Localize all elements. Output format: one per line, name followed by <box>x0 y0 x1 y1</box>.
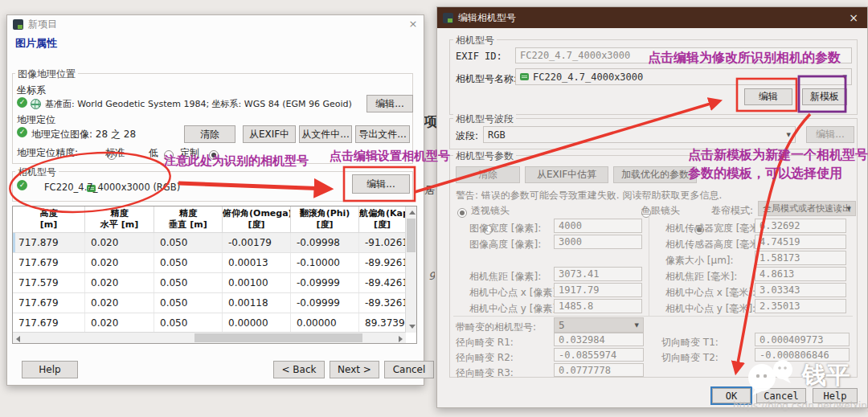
ok-button[interactable]: OK <box>712 388 751 403</box>
new-project-dialog: 新项目 × 图片属性 图像地理位置 坐标系 ✓ 基准面: World Geode… <box>6 14 424 386</box>
table-header-cell[interactable]: 精度垂直 [m] <box>154 206 223 232</box>
new-project-titlebar[interactable]: 新项目 <box>7 15 424 34</box>
distortion-model-combo[interactable]: 5 ▼ <box>554 317 644 333</box>
radio-low[interactable] <box>164 150 174 160</box>
camera-model-group-label: 相机型号 <box>15 166 59 179</box>
scroll-up-icon[interactable] <box>409 211 416 215</box>
image-table: 高度[m]精度水平 [m]精度垂直 [m]俯仰角(Omega)[度]翻滚角(Ph… <box>12 206 417 344</box>
param-field: 6.32692 <box>755 219 846 233</box>
shutter-mode-value: 全局模式或者快速读出 <box>763 202 851 215</box>
scroll-right-icon[interactable] <box>399 336 403 342</box>
scroll-down-icon[interactable] <box>409 325 416 329</box>
edit-camera-button[interactable]: 编辑... <box>352 174 410 194</box>
table-cell: 717.679 <box>13 293 85 313</box>
camera-model-text: FC220_4.7_4000x3000 (RGB) <box>44 182 180 193</box>
load-optimized-button[interactable]: 加载优化的参数 <box>613 166 697 183</box>
help-button[interactable]: Help <box>813 388 858 403</box>
from-exif-button[interactable]: 从EXIF中 <box>243 125 296 143</box>
vertical-scroll-thumb[interactable] <box>407 219 416 252</box>
t1-label: 切向畸变 T1: <box>661 336 719 350</box>
chevron-down-icon[interactable]: ▼ <box>787 132 791 138</box>
band-value: RGB <box>488 129 506 141</box>
fisheye-lens-label[interactable]: 鱼眼镜头 <box>641 204 680 218</box>
exif-id-label: EXIF ID: <box>456 51 502 62</box>
table-header-cell[interactable]: 航偏角(Kap[度] <box>359 206 406 232</box>
image-table-rows: 717.8790.0200.050-0.00179-0.09998-91.026… <box>13 233 406 333</box>
table-header-cell[interactable]: 高度[m] <box>13 206 85 232</box>
radio-low-label[interactable]: 低 <box>149 146 158 160</box>
scroll-left-icon[interactable] <box>16 336 20 342</box>
radio-perspective-lens[interactable] <box>457 208 467 218</box>
from-file-button[interactable]: 从文件中... <box>299 125 352 143</box>
close-icon[interactable]: × <box>846 11 861 25</box>
table-row[interactable]: 717.6790.0200.0500.00013-0.10000-89.9261… <box>13 253 406 273</box>
clear-button[interactable]: 清除 <box>184 125 235 143</box>
table-cell: 0.020 <box>85 253 154 272</box>
model-group-label: 相机型号 <box>453 34 497 47</box>
param-label: 图像宽度 [像素]: <box>469 222 541 235</box>
r2-field: -0.0855974 <box>554 348 644 362</box>
edit-coordinate-button[interactable]: 编辑... <box>366 95 413 112</box>
next-button[interactable]: Next > <box>330 361 379 378</box>
geolocation-group-label: 图像地理位置 <box>15 67 78 81</box>
table-cell: 0.00000 <box>223 313 291 333</box>
table-header-cell[interactable]: 精度水平 [m] <box>85 206 154 232</box>
radio-custom-label[interactable]: 定制 <box>180 146 199 160</box>
radio-custom[interactable] <box>209 150 219 160</box>
new-template-button[interactable]: 新模板 <box>802 88 847 105</box>
dialog-title: 编辑相机型号 <box>458 11 516 25</box>
cancel-button[interactable]: Cancel <box>756 388 806 403</box>
table-row[interactable]: 717.5790.0200.0500.00100-0.09999-89.4261… <box>13 273 406 293</box>
table-horizontal-scrollbar[interactable] <box>13 332 406 343</box>
table-cell: 0.00013 <box>223 253 291 272</box>
horizontal-scroll-thumb[interactable] <box>194 333 362 342</box>
table-cell: -0.10000 <box>291 253 359 272</box>
perspective-lens-label[interactable]: 透视镜头 <box>471 204 510 218</box>
image-table-header: 高度[m]精度水平 [m]精度垂直 [m]俯仰角(Omega)[度]翻滚角(Ph… <box>13 206 406 233</box>
shutter-mode-combo[interactable]: 全局模式或者快速读出 ▼ <box>758 201 856 216</box>
param-label: 相机中心点 y [毫米]: <box>665 302 755 316</box>
table-header-cell[interactable]: 俯仰角(Omega)[度] <box>223 206 291 232</box>
table-row[interactable]: 717.8790.0200.050-0.00179-0.09998-91.026… <box>13 233 406 253</box>
camera-model-name-combo[interactable]: FC220_4.7_4000x3000 ▼ <box>515 68 852 85</box>
check-icon: ✓ <box>17 180 27 190</box>
param-field: 1917.79 <box>554 283 642 297</box>
table-row[interactable]: 717.6790.0200.0500.00118-0.09999-89.3261… <box>13 293 406 313</box>
camera-model-name-value: FC220_4.7_4000x3000 <box>533 72 643 83</box>
table-cell: 0.00100 <box>223 273 291 292</box>
param-label: 相机中心点 y [像素]: <box>469 302 559 316</box>
chevron-down-icon[interactable]: ▼ <box>847 206 851 212</box>
export-file-button[interactable]: 导出文件... <box>355 125 410 143</box>
geolocated-images-text: 地理定位图像: 28 之 28 <box>31 128 136 141</box>
dialog-title: 新项目 <box>28 18 57 31</box>
table-row[interactable]: 717.6790.0200.0500.000000.0000089.37391 <box>13 313 406 333</box>
chevron-down-icon[interactable]: ▼ <box>635 322 639 329</box>
distortion-model-value: 5 <box>559 320 565 331</box>
band-combo[interactable]: RGB ▼ <box>483 126 796 143</box>
background-fragment-top: 项 <box>424 112 437 131</box>
chevron-down-icon[interactable]: ▼ <box>843 74 847 80</box>
section-divider <box>453 316 853 317</box>
table-cell: -0.09999 <box>291 273 359 292</box>
help-button[interactable]: Help <box>22 361 78 378</box>
warning-text: 警告: 错误的参数可能会导致重建失败. 阅读帮助获取更多信息. <box>456 189 722 202</box>
shutter-mode-label: 卷帘模式: <box>711 204 753 218</box>
table-cell: -89.32611 <box>359 293 406 313</box>
table-header-cell[interactable]: 翻滚角(Phi)[度] <box>291 206 359 232</box>
table-cell: 0.020 <box>85 313 154 333</box>
radio-standard-label[interactable]: 标准 <box>105 146 125 160</box>
table-cell: 0.00000 <box>291 313 359 333</box>
edit-camera-titlebar[interactable]: 编辑相机型号 <box>437 7 867 28</box>
estimate-from-exif-button[interactable]: 从EXIF中估算 <box>525 166 608 183</box>
param-label: 相机焦距 [毫米]: <box>665 270 737 284</box>
cancel-button[interactable]: Cancel <box>384 361 434 378</box>
clear-params-button: 清除 <box>456 166 520 183</box>
edit-model-button[interactable]: 编辑 <box>744 88 792 105</box>
table-vertical-scrollbar[interactable] <box>405 206 416 333</box>
table-cell: 0.020 <box>85 233 154 252</box>
background-fragment-num: 9 <box>428 270 435 282</box>
back-button[interactable]: < Back <box>273 361 325 378</box>
close-icon[interactable]: × <box>406 18 420 31</box>
edit-band-button: 编辑... <box>806 126 854 143</box>
table-cell: 0.050 <box>154 273 223 292</box>
